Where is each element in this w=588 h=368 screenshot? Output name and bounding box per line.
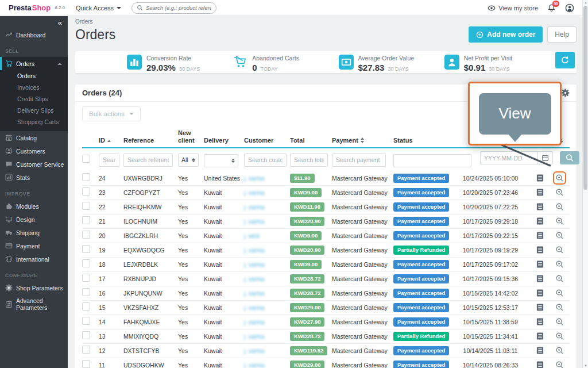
gear-icon[interactable] (561, 89, 570, 97)
quick-access-dropdown[interactable]: Quick Access (76, 5, 121, 12)
sidebar-item-shipping[interactable]: Shipping (0, 226, 68, 239)
table-row: 15VKZSFAHXZYesKuwaitj. varmaKWD29.00Mast… (82, 301, 570, 315)
filter-search-button[interactable] (560, 151, 579, 164)
vertical-scrollbar[interactable]: ▲ ▼ (582, 0, 588, 368)
col-customer[interactable]: Customer (244, 137, 290, 144)
row-checkbox[interactable] (82, 259, 90, 267)
filter-payment-input[interactable] (332, 154, 386, 167)
sidebar-item-stats[interactable]: Stats (0, 171, 68, 184)
sidebar-item-modules[interactable]: Modules (0, 200, 68, 213)
sidebar-item-advanced-parameters[interactable]: Advanced Parameters (0, 294, 68, 314)
view-order-icon[interactable] (555, 346, 564, 355)
order-documents-icon[interactable] (536, 303, 544, 312)
order-documents-icon[interactable] (536, 346, 544, 355)
view-order-icon[interactable] (555, 202, 564, 211)
row-checkbox[interactable] (82, 216, 90, 224)
global-search[interactable] (131, 2, 216, 14)
row-checkbox[interactable] (82, 346, 90, 354)
order-documents-icon[interactable] (536, 174, 544, 182)
order-documents-icon[interactable] (536, 246, 544, 254)
sidebar-collapse-button[interactable]: « (0, 16, 68, 28)
col-total[interactable]: Total (290, 137, 332, 144)
sidebar-item-shop-parameters[interactable]: Shop Parameters (0, 281, 68, 294)
add-new-order-button[interactable]: Add new order (469, 26, 543, 43)
col-id[interactable]: ID (99, 137, 123, 144)
bulk-actions-button[interactable]: Bulk actions (82, 106, 141, 121)
row-checkbox[interactable] (82, 317, 90, 325)
order-documents-icon[interactable] (536, 202, 544, 211)
row-checkbox[interactable] (82, 331, 90, 339)
sidebar-subitem-orders[interactable]: Orders (0, 70, 68, 82)
sidebar-subitem-delivery-slips[interactable]: Delivery Slips (0, 105, 68, 116)
scrollbar-thumb[interactable] (583, 6, 587, 190)
sidebar-subitem-shopping-carts[interactable]: Shopping Carts (0, 116, 68, 128)
filter-customer-input[interactable] (244, 154, 287, 167)
view-order-icon[interactable] (555, 361, 564, 368)
order-documents-icon[interactable] (536, 274, 544, 283)
row-checkbox[interactable] (82, 202, 90, 210)
sidebar-item-customers[interactable]: Customers (0, 144, 68, 158)
order-documents-icon[interactable] (536, 289, 544, 297)
view-order-icon[interactable] (555, 274, 564, 283)
filter-date-input[interactable] (480, 151, 537, 164)
sidebar-subitem-invoices[interactable]: Invoices (0, 82, 68, 93)
sidebar-item-international[interactable]: International (0, 252, 68, 266)
filter-delivery-select[interactable] (204, 154, 238, 167)
col-status[interactable]: Status (393, 137, 452, 144)
sidebar-item-catalog[interactable]: Catalog (0, 131, 68, 144)
row-checkbox[interactable] (82, 360, 90, 368)
row-checkbox[interactable] (82, 187, 90, 195)
view-my-store-link[interactable]: View my store (488, 4, 538, 12)
view-order-icon[interactable] (555, 217, 564, 225)
view-order-icon[interactable] (555, 332, 564, 340)
order-documents-icon[interactable] (536, 217, 544, 225)
filter-new-client-select[interactable]: All (178, 154, 199, 167)
view-order-icon[interactable] (555, 188, 564, 197)
row-checkbox[interactable] (82, 274, 90, 282)
sidebar-section-configure: CONFIGURE (0, 266, 68, 281)
order-documents-icon[interactable] (536, 188, 544, 197)
col-new-client[interactable]: New client (178, 129, 201, 144)
view-order-icon[interactable] (555, 289, 564, 297)
scrollbar-up-arrow[interactable]: ▲ (583, 1, 588, 4)
col-reference[interactable]: Reference (123, 137, 178, 144)
filter-reference-input[interactable] (123, 154, 173, 167)
order-documents-icon[interactable] (536, 361, 544, 368)
global-search-input[interactable] (146, 5, 211, 11)
filter-status-select[interactable] (393, 154, 471, 167)
sidebar-item-design[interactable]: Design (0, 213, 68, 226)
sidebar-item-customer-service[interactable]: Customer Service (0, 158, 68, 171)
help-button[interactable]: Help (547, 26, 577, 43)
view-order-icon[interactable] (555, 303, 564, 312)
order-documents-icon[interactable] (536, 317, 544, 326)
select-all-checkbox[interactable] (82, 155, 90, 163)
sidebar-item-orders[interactable]: Orders (0, 57, 68, 70)
refresh-kpi-button[interactable] (555, 52, 575, 68)
view-order-icon[interactable] (555, 231, 564, 240)
order-documents-icon[interactable] (536, 260, 544, 269)
filter-id-input[interactable] (99, 154, 119, 167)
row-checkbox[interactable] (82, 302, 90, 310)
notifications-button[interactable]: 50 (547, 3, 556, 12)
user-avatar[interactable] (565, 3, 574, 13)
col-payment[interactable]: Payment (332, 137, 393, 144)
filter-total-input[interactable] (290, 154, 328, 167)
scrollbar-down-arrow[interactable]: ▼ (583, 364, 588, 367)
order-status-badge: Payment accepted (393, 174, 452, 183)
calendar-button[interactable] (537, 151, 553, 164)
sidebar-subitem-credit-slips[interactable]: Credit Slips (0, 93, 68, 105)
prestashop-logo[interactable]: Presta Shop 8.2.0 (0, 3, 68, 12)
row-checkbox[interactable] (82, 288, 90, 296)
row-checkbox[interactable] (82, 173, 90, 181)
sidebar-item-dashboard[interactable]: Dashboard (0, 28, 68, 41)
order-documents-icon[interactable] (536, 231, 544, 240)
col-delivery[interactable]: Delivery (204, 137, 244, 144)
row-checkbox[interactable] (82, 231, 90, 239)
view-order-icon[interactable] (555, 317, 564, 326)
row-checkbox[interactable] (82, 245, 90, 253)
view-order-icon[interactable] (555, 260, 564, 269)
view-order-icon[interactable] (555, 174, 564, 182)
order-documents-icon[interactable] (536, 332, 544, 340)
sidebar-item-payment[interactable]: Payment (0, 239, 68, 252)
view-order-icon[interactable] (555, 246, 564, 254)
